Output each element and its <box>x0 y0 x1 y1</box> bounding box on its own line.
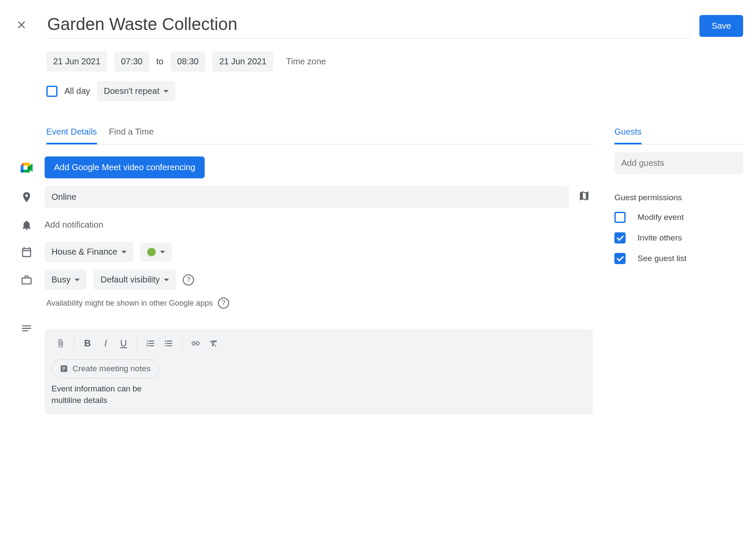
map-icon[interactable] <box>576 187 593 207</box>
bell-icon <box>15 219 38 231</box>
description-text[interactable]: Event information can be multiline detai… <box>45 383 593 415</box>
underline-icon[interactable]: U <box>115 334 133 352</box>
end-date-chip[interactable]: 21 Jun 2021 <box>212 51 273 72</box>
tab-find-a-time[interactable]: Find a Time <box>109 127 154 144</box>
chevron-down-icon <box>75 279 80 281</box>
to-label: to <box>156 57 163 66</box>
allday-label: All day <box>64 86 90 96</box>
briefcase-icon <box>15 274 38 286</box>
calendar-dropdown[interactable]: House & Finance <box>45 242 133 262</box>
see-guest-list-label: See guest list <box>638 254 686 263</box>
busy-dropdown[interactable]: Busy <box>45 270 87 290</box>
end-time-chip[interactable]: 08:30 <box>170 51 206 72</box>
location-icon <box>15 191 38 203</box>
add-notification-link[interactable]: Add notification <box>45 216 103 234</box>
save-button[interactable]: Save <box>699 15 743 37</box>
modify-event-label: Modify event <box>638 213 684 222</box>
bullet-list-icon[interactable] <box>160 334 178 352</box>
invite-others-checkbox[interactable] <box>614 232 626 243</box>
tab-event-details[interactable]: Event Details <box>46 127 97 144</box>
visibility-dropdown[interactable]: Default visibility <box>94 270 176 290</box>
timezone-link[interactable]: Time zone <box>286 57 326 66</box>
toolbar-separator <box>137 337 137 350</box>
numbered-list-icon[interactable] <box>142 334 160 352</box>
create-meeting-notes-button[interactable]: Create meeting notes <box>51 359 159 378</box>
add-guests-input[interactable] <box>614 152 743 174</box>
help-icon[interactable]: ? <box>183 274 194 286</box>
guest-permissions-title: Guest permissions <box>614 193 743 202</box>
chevron-down-icon <box>164 279 169 281</box>
availability-note: Availability might be shown in other Goo… <box>46 299 213 308</box>
repeat-dropdown[interactable]: Doesn't repeat <box>97 81 175 101</box>
description-icon <box>15 322 38 334</box>
invite-others-label: Invite others <box>638 233 682 243</box>
link-icon[interactable] <box>187 334 205 352</box>
modify-event-checkbox[interactable] <box>614 212 626 223</box>
chevron-down-icon <box>160 251 165 253</box>
add-meet-button[interactable]: Add Google Meet video conferencing <box>45 156 205 178</box>
busy-label: Busy <box>51 275 70 285</box>
toolbar-separator <box>182 337 182 350</box>
location-input[interactable] <box>45 186 569 208</box>
start-date-chip[interactable]: 21 Jun 2021 <box>46 51 107 72</box>
chevron-down-icon <box>121 251 127 253</box>
tab-guests[interactable]: Guests <box>614 127 641 144</box>
start-time-chip[interactable]: 07:30 <box>114 51 149 72</box>
event-title-input[interactable] <box>47 13 691 39</box>
chevron-down-icon <box>163 90 169 93</box>
clear-format-icon[interactable] <box>205 334 223 352</box>
allday-checkbox[interactable] <box>46 86 57 97</box>
calendar-name-label: House & Finance <box>51 247 117 257</box>
create-notes-label: Create meeting notes <box>73 364 151 373</box>
help-icon[interactable]: ? <box>218 298 229 309</box>
bold-icon[interactable]: B <box>79 334 97 352</box>
repeat-label: Doesn't repeat <box>104 86 159 96</box>
attach-icon[interactable] <box>51 334 70 352</box>
meet-icon <box>15 162 38 173</box>
toolbar-separator <box>74 337 74 350</box>
color-dot <box>147 248 156 256</box>
close-icon[interactable] <box>13 16 30 36</box>
color-dropdown[interactable] <box>140 243 172 261</box>
see-guest-list-checkbox[interactable] <box>614 253 626 264</box>
italic-icon[interactable]: I <box>97 334 115 352</box>
visibility-label: Default visibility <box>100 275 160 285</box>
calendar-icon <box>15 246 38 258</box>
